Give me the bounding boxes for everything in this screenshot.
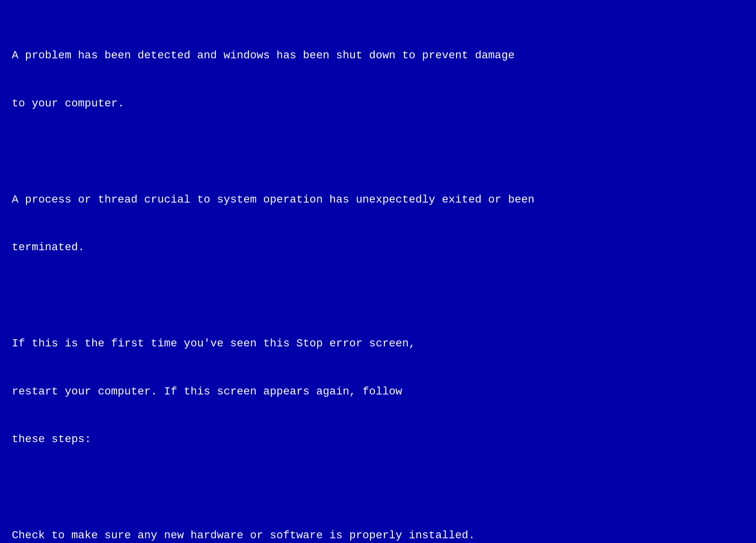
- bsod-line-6: restart your computer. If this screen ap…: [12, 384, 744, 400]
- bsod-line-4: terminated.: [12, 240, 744, 256]
- bsod-line-8: Check to make sure any new hardware or s…: [12, 528, 744, 543]
- bsod-line-3: A process or thread crucial to system op…: [12, 192, 744, 208]
- bsod-spacer-1: [12, 144, 744, 160]
- bsod-line-7: these steps:: [12, 431, 744, 448]
- bsod-line-5: If this is the first time you've seen th…: [12, 336, 744, 352]
- bsod-spacer-3: [12, 480, 744, 496]
- bsod-line-2: to your computer.: [12, 96, 744, 112]
- bsod-line-1: A problem has been detected and windows …: [12, 48, 744, 64]
- bsod-screen: A problem has been detected and windows …: [0, 0, 756, 543]
- bsod-spacer-2: [12, 288, 744, 304]
